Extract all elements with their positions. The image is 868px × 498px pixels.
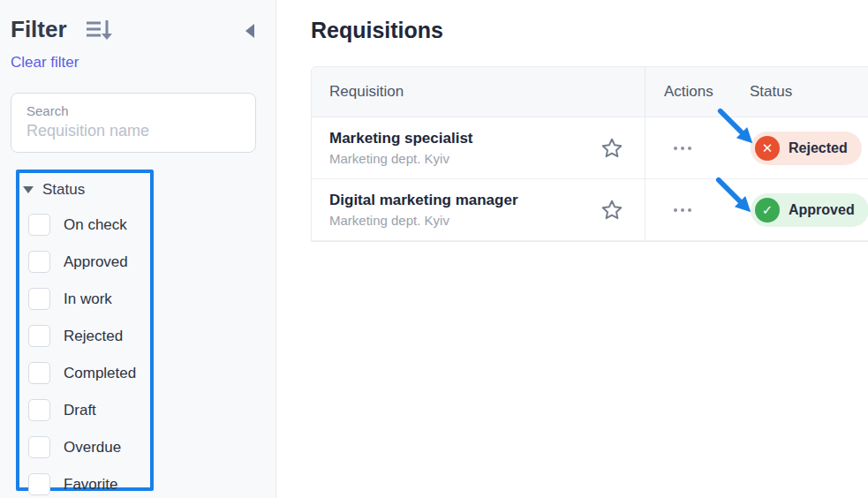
checkbox[interactable] [28, 214, 50, 236]
page-title: Requisitions [311, 18, 443, 43]
requisition-title[interactable]: Marketing specialist [329, 130, 600, 147]
checkbox-label: Draft [64, 402, 96, 419]
status-options-list: On check Approved In work Rejected Compl… [19, 214, 150, 495]
main-content: Requisitions Requisition Actions Status … [277, 0, 868, 498]
status-filter-annotation-box: Status On check Approved In work Rejecte… [16, 170, 154, 491]
checkbox-label: Rejected [64, 328, 123, 345]
table-row[interactable]: Marketing specialist Marketing dept. Kyi… [312, 117, 868, 179]
status-option-draft: Draft [28, 399, 150, 421]
requisition-title[interactable]: Digital marketing manager [329, 192, 600, 209]
status-badge-label: Rejected [789, 140, 848, 156]
requisitions-table: Requisition Actions Status Marketing spe… [311, 66, 868, 242]
column-header-status: Status [750, 83, 792, 101]
checkbox-label: Overdue [64, 439, 121, 456]
checkbox[interactable] [28, 251, 50, 273]
status-option-overdue: Overdue [28, 436, 150, 458]
status-option-favorite: Favorite [28, 473, 150, 495]
checkbox-label: Favorite [64, 476, 117, 494]
checkbox-label: In work [64, 290, 112, 308]
column-header-requisition: Requisition [329, 83, 404, 101]
status-badge-approved: ✓ Approved [751, 193, 868, 227]
status-badge-label: Approved [789, 202, 855, 218]
clear-filter-link[interactable]: Clear filter [11, 54, 79, 72]
table-row[interactable]: Digital marketing manager Marketing dept… [312, 179, 868, 241]
filter-header: Filter [11, 16, 267, 46]
checkbox-label: Completed [64, 365, 136, 382]
status-option-completed: Completed [28, 362, 150, 384]
status-option-rejected: Rejected [28, 325, 150, 347]
search-box[interactable]: Search [11, 93, 256, 153]
table-header-row: Requisition Actions Status [312, 67, 868, 117]
search-label: Search [26, 103, 240, 118]
checkbox[interactable] [28, 362, 50, 384]
checkbox[interactable] [28, 399, 50, 421]
status-group-toggle[interactable]: Status [23, 179, 150, 200]
x-icon: ✕ [755, 136, 780, 161]
status-option-on-check: On check [28, 214, 150, 236]
requisition-subtitle: Marketing dept. Kyiv [329, 213, 600, 228]
search-input[interactable] [26, 122, 240, 140]
column-header-actions: Actions [664, 83, 713, 101]
status-option-in-work: In work [28, 288, 150, 310]
status-group-label: Status [42, 181, 85, 199]
checkbox[interactable] [28, 325, 50, 347]
requisition-subtitle: Marketing dept. Kyiv [329, 151, 600, 166]
checkbox-label: Approved [64, 253, 128, 271]
sort-descending-icon[interactable] [85, 18, 113, 46]
status-option-approved: Approved [28, 251, 150, 273]
status-badge-rejected: ✕ Rejected [751, 132, 862, 165]
checkbox-label: On check [64, 216, 127, 234]
collapse-sidebar-icon[interactable] [245, 24, 254, 38]
check-icon: ✓ [755, 198, 780, 223]
favorite-star-icon[interactable] [600, 199, 623, 222]
filter-sidebar: Filter Clear filter Search Status [0, 0, 276, 498]
checkbox[interactable] [28, 288, 50, 310]
caret-down-icon [23, 186, 34, 193]
checkbox[interactable] [28, 473, 50, 495]
ellipsis-actions-icon[interactable] [674, 147, 691, 150]
checkbox[interactable] [28, 436, 50, 458]
favorite-star-icon[interactable] [600, 137, 623, 160]
ellipsis-actions-icon[interactable] [674, 208, 691, 212]
filter-title: Filter [11, 16, 67, 43]
